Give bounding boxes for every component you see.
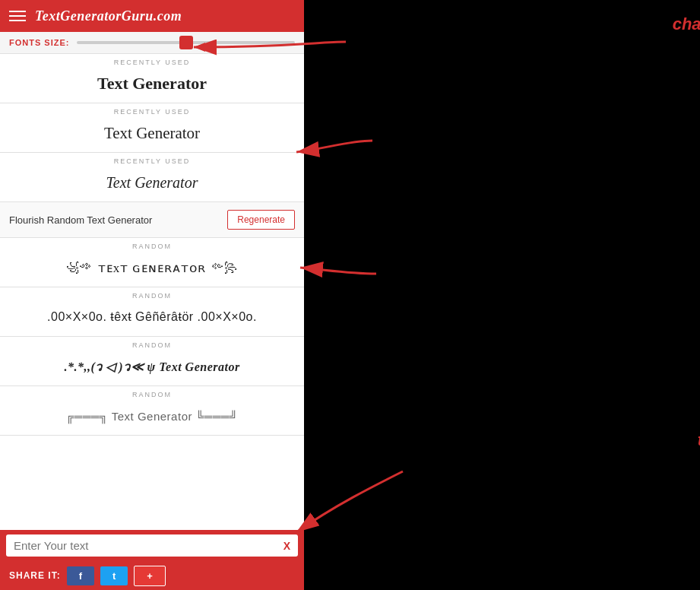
annotation-click-generate: click generate buttonto generate text fo… xyxy=(631,224,700,268)
twitter-share-button[interactable]: t xyxy=(100,566,128,585)
left-panel: TextGeneratorGuru.com FONTS SIZE: RECENT… xyxy=(0,0,304,590)
font-card-2: RECENTLY USED Text Generator xyxy=(0,103,304,153)
font-card-section-r3: RANDOM xyxy=(0,337,304,351)
fonts-size-slider[interactable] xyxy=(77,41,295,44)
font-card-random-1: RANDOM ꧁༺ ᴛᴇxᴛ ɢᴇɴᴇʀᴀᴛᴏʀ ༻꧂ xyxy=(0,238,304,287)
font-card-text-r2[interactable]: .00×X×0o. ŧêxŧ Gêñêrâŧör .00×X×0o. xyxy=(0,301,304,336)
font-card-text-3[interactable]: Text Generator xyxy=(0,167,304,201)
regenerate-button[interactable]: Regenerate xyxy=(227,210,295,230)
flourish-label: Flourish Random Text Generator xyxy=(9,214,221,226)
font-card-random-4: RANDOM ╔═══╗ Text Generator ╚═══╝ xyxy=(0,386,304,436)
font-card-section-r1: RANDOM xyxy=(0,238,304,252)
font-card-section-2: RECENTLY USED xyxy=(0,103,304,117)
text-input-area: X xyxy=(0,530,304,561)
font-card-text-2[interactable]: Text Generator xyxy=(0,117,304,152)
font-card-text-r1[interactable]: ꧁༺ ᴛᴇxᴛ ɢᴇɴᴇʀᴀᴛᴏʀ ༻꧂ xyxy=(0,252,304,287)
font-cards-scroll[interactable]: RECENTLY USED Text Generator RECENTLY US… xyxy=(0,54,304,530)
font-card-1: RECENTLY USED Text Generator xyxy=(0,54,304,103)
app-header: TextGeneratorGuru.com xyxy=(0,0,304,32)
font-card-text-r3[interactable]: .*.*,,(ว ◁ )ว≪ ψ Text Generator xyxy=(0,351,304,385)
font-card-section-1: RECENTLY USED xyxy=(0,54,304,68)
font-card-section-r2: RANDOM xyxy=(0,287,304,301)
flourish-row: Flourish Random Text Generator Regenerat… xyxy=(0,202,304,238)
font-card-section-r4: RANDOM xyxy=(0,386,304,400)
font-card-random-2: RANDOM .00×X×0o. ŧêxŧ Gêñêrâŧör .00×X×0o… xyxy=(0,287,304,337)
annotation-generated-texts: generated texts xyxy=(676,110,700,132)
font-card-3: RECENTLY USED Text Generator xyxy=(0,153,304,202)
fonts-size-row: FONTS SIZE: xyxy=(0,32,304,54)
font-card-text-1[interactable]: Text Generator xyxy=(0,68,304,103)
font-card-random-3: RANDOM .*.*,,(ว ◁ )ว≪ ψ Text Generator xyxy=(0,337,304,386)
text-input-clear-button[interactable]: X xyxy=(283,540,290,552)
font-card-text-r4[interactable]: ╔═══╗ Text Generator ╚═══╝ xyxy=(0,400,304,435)
annotation-type-text: type your text xyxy=(657,430,700,452)
app-title: TextGeneratorGuru.com xyxy=(35,8,182,24)
font-card-section-3: RECENTLY USED xyxy=(0,153,304,167)
share-label: SHARE IT: xyxy=(9,570,61,581)
facebook-share-button[interactable]: f xyxy=(67,566,94,585)
plus-share-button[interactable]: + xyxy=(134,566,166,586)
fonts-size-label: FONTS SIZE: xyxy=(9,38,69,47)
share-bar: SHARE IT: f t + xyxy=(0,561,304,590)
text-input[interactable] xyxy=(14,539,279,552)
right-panel: change fonts viewsize generated texts cl… xyxy=(304,0,700,590)
text-input-wrapper: X xyxy=(6,534,298,557)
annotation-change-fonts: change fonts viewsize xyxy=(650,14,700,57)
menu-icon[interactable] xyxy=(9,11,26,21)
